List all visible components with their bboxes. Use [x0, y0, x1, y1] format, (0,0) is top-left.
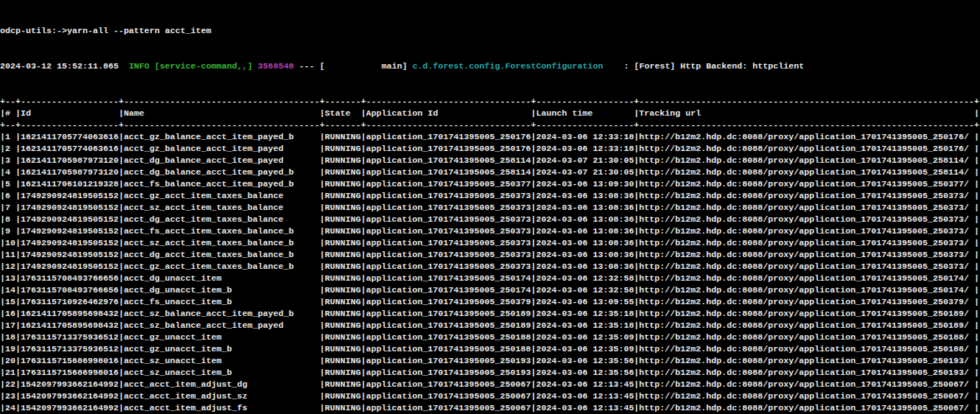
table-row: |4 |1621411705987973120|acct_dg_balance_…: [0, 166, 980, 178]
log-segment-white: : [Forest] Http Backend: httpclient: [603, 61, 804, 71]
log-segment-white: [253, 61, 258, 71]
table-row: |10|1749290924819505152|acct_sz_acct_ite…: [0, 237, 980, 249]
table-border: +--+-------------------+----------------…: [0, 119, 980, 131]
log-segment-green: INFO [service-command,,]: [129, 61, 253, 71]
table-row: |15|1763115710926462976|acct_fs_unacct_i…: [0, 296, 980, 308]
log-segment-cyan: c.d.forest.config.ForestConfiguration: [413, 61, 603, 71]
table-row: |24|1542097993662164992|acct_acct_item_a…: [0, 402, 980, 414]
table-row: |11|1749290924819505152|acct_dg_acct_ite…: [0, 249, 980, 261]
table-row: |12|1749290924819505152|acct_gz_acct_ite…: [0, 261, 980, 273]
table-border: +--+-------------------+----------------…: [0, 96, 980, 108]
table-row: |14|1763115708493766656|acct_dg_unacct_i…: [0, 284, 980, 296]
terminal-screen[interactable]: odcp-utils:->yarn-all --pattern acct_ite…: [0, 0, 980, 414]
table-row: |1 |1621411705774063616|acct_gz_balance_…: [0, 131, 980, 143]
log-segment-white: 2024-03-12 15:52:11.865: [0, 61, 129, 71]
log-segment-magenta: 3568548: [258, 61, 294, 71]
table-row: |13|1763115708493766656|acct_dg_unacct_i…: [0, 273, 980, 284]
table-row: |17|1621411705895698432|acct_sz_balance_…: [0, 320, 980, 331]
table-row: |22|1542097993662164992|acct_acct_item_a…: [0, 379, 980, 390]
table-row: |23|1542097993662164992|acct_acct_item_a…: [0, 390, 980, 402]
table-row: |20|1763115715686998016|acct_sz_unacct_i…: [0, 355, 980, 367]
log-line: 2024-03-12 15:52:11.865 INFO [service-co…: [0, 60, 980, 72]
table-row: |7 |1749290924819505152|acct_sz_acct_ite…: [0, 202, 980, 214]
table-header: |# |Id |Name |State |Application Id |Lau…: [0, 108, 980, 119]
table-row: |3 |1621411705987973120|acct_dg_balance_…: [0, 155, 980, 166]
log-segment-white: --- [ main]: [294, 61, 413, 71]
table-row: |18|1763115713375936512|acct_gz_unacct_i…: [0, 331, 980, 343]
table-row: |21|1763115715686998016|acct_sz_unacct_i…: [0, 367, 980, 379]
table-row: |2 |1621411705774063616|acct_gz_balance_…: [0, 143, 980, 155]
table-row: |6 |1749290924819505152|acct_gz_acct_ite…: [0, 190, 980, 202]
yarn-applications-table: +--+-------------------+----------------…: [0, 96, 980, 414]
table-row: |5 |1621411706101219328|acct_fs_balance_…: [0, 178, 980, 190]
table-row: |9 |1749290924819505152|acct_fs_acct_ite…: [0, 225, 980, 237]
table-row: |19|1763115713375936512|acct_gz_unacct_i…: [0, 343, 980, 355]
table-row: |8 |1749290924819505152|acct_dg_acct_ite…: [0, 214, 980, 225]
shell-prompt-line: odcp-utils:->yarn-all --pattern acct_ite…: [0, 25, 980, 37]
table-row: |16|1621411705895698432|acct_sz_balance_…: [0, 308, 980, 320]
shell-command-text: odcp-utils:->yarn-all --pattern acct_ite…: [0, 26, 211, 36]
